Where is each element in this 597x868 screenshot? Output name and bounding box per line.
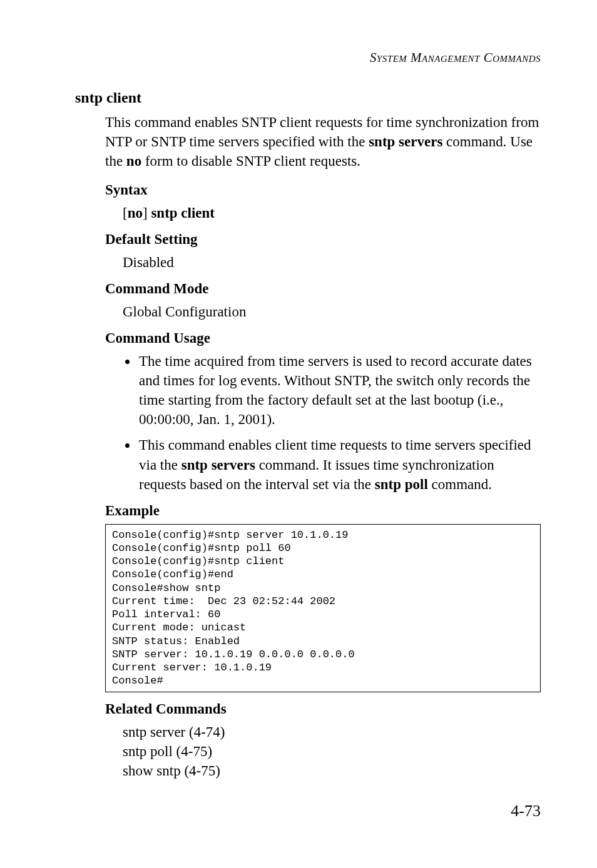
page-number: 4-73 [75, 802, 541, 820]
syntax-heading: Syntax [105, 182, 541, 198]
command-title: sntp client [75, 89, 541, 106]
list-item: The time acquired from time servers is u… [138, 351, 541, 429]
page-container: System Management Commands sntp client T… [0, 0, 597, 858]
example-heading: Example [105, 503, 541, 519]
command-usage-heading: Command Usage [105, 330, 541, 346]
content-block: This command enables SNTP client request… [105, 113, 541, 780]
syntax-line: [no] sntp client [123, 203, 541, 223]
command-usage-list: The time acquired from time servers is u… [105, 351, 541, 493]
related-line: show sntp (4-75) [123, 761, 541, 780]
example-code-block: Console(config)#sntp server 10.1.0.19 Co… [105, 524, 541, 692]
command-mode-heading: Command Mode [105, 281, 541, 297]
related-commands-heading: Related Commands [105, 701, 541, 717]
command-mode-value: Global Configuration [123, 302, 541, 321]
list-item: This command enables client time request… [138, 435, 541, 493]
intro-paragraph: This command enables SNTP client request… [105, 113, 541, 171]
related-line: sntp poll (4-75) [123, 742, 541, 761]
default-setting-heading: Default Setting [105, 231, 541, 248]
related-line: sntp server (4-74) [123, 722, 541, 742]
default-setting-value: Disabled [123, 253, 541, 272]
running-head: System Management Commands [75, 50, 541, 66]
related-commands-lines: sntp server (4-74) sntp poll (4-75) show… [123, 722, 541, 780]
